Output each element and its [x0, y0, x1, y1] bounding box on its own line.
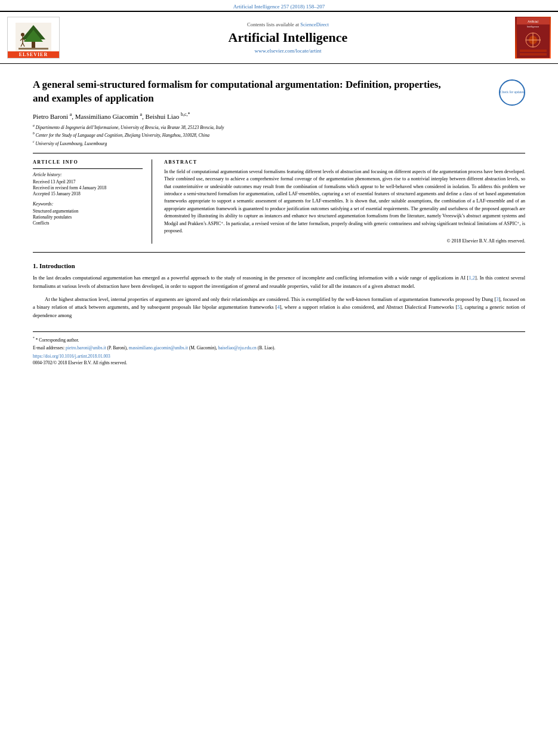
- affiliations: a Dipartimento di Ingegneria dell’Inform…: [33, 123, 525, 147]
- paper-title: A general semi-structured formalism for …: [33, 78, 493, 106]
- intro-paragraph-1: In the last decades computational argume…: [33, 274, 525, 290]
- ref-4-link[interactable]: 4: [277, 304, 279, 310]
- affiliation-a: a Dipartimento di Ingegneria dell’Inform…: [33, 123, 525, 131]
- abstract-heading: Abstract: [164, 159, 525, 165]
- footnote-section: * * Corresponding author. E-mail address…: [33, 331, 525, 365]
- ref-3-link[interactable]: 3: [496, 296, 498, 302]
- article-info-abstract-section: Article Info Article history: Received 1…: [33, 159, 525, 244]
- check-updates-badge: Check for updates: [499, 79, 525, 106]
- introduction-section: 1. Introduction In the last decades comp…: [33, 262, 525, 319]
- elsevier-wordmark: ELSEVIER: [8, 51, 59, 58]
- abstract-copyright: © 2018 Elsevier B.V. All rights reserved…: [164, 238, 525, 244]
- abstract-text: In the field of computational argumentat…: [164, 168, 525, 235]
- received-revised-date: Received in revised form 4 January 2018: [33, 185, 143, 190]
- journal-url[interactable]: www.elsevier.com/locate/artint: [67, 48, 509, 54]
- keyword-1: Structured argumentation: [33, 208, 143, 214]
- divider-after-abstract: [33, 252, 525, 253]
- keywords-label: Keywords:: [33, 201, 143, 207]
- keyword-2: Rationality postulates: [33, 214, 143, 220]
- authors-line: Pietro Baroni a, Massimiliano Giacomin a…: [33, 112, 525, 120]
- received-date: Received 13 April 2017: [33, 179, 143, 185]
- svg-text:Artificial: Artificial: [528, 20, 538, 23]
- svg-rect-20: [520, 53, 547, 56]
- svg-text:Intelligence: Intelligence: [526, 25, 539, 28]
- doi-link[interactable]: https://doi.org/10.1016/j.artint.2018.01…: [33, 354, 110, 359]
- email-liao[interactable]: baiseliao@zju.edu.cn: [218, 345, 256, 351]
- affiliation-c: c University of Luxembourg, Luxembourg: [33, 139, 525, 147]
- main-content: A general semi-structured formalism for …: [0, 64, 558, 371]
- journal-title-block: Contents lists available at ScienceDirec…: [67, 21, 509, 54]
- journal-name: Artificial Intelligence: [67, 30, 509, 45]
- intro-paragraph-2: At the highest abstraction level, intern…: [33, 296, 525, 320]
- abstract-column: Abstract In the field of computational a…: [164, 159, 525, 244]
- article-info-heading: Article Info: [33, 159, 143, 165]
- svg-rect-4: [19, 48, 48, 50]
- paper-title-section: A general semi-structured formalism for …: [33, 78, 525, 106]
- ref-5-link[interactable]: 5: [457, 304, 460, 310]
- copyright-bottom: 0004-3702/© 2018 Elsevier B.V. All right…: [33, 360, 525, 365]
- keyword-3: Conflicts: [33, 220, 143, 226]
- check-updates-label: Check for updates: [500, 90, 524, 94]
- sciencedirect-link[interactable]: ScienceDirect: [300, 21, 329, 27]
- journal-cover-thumbnail: Artificial Intelligence: [515, 17, 551, 59]
- email-addresses-line: E-mail addresses: pietro.baroni@unibs.it…: [33, 345, 525, 351]
- journal-citation: Artificial Intelligence 257 (2018) 158–2…: [0, 0, 558, 11]
- corresponding-author-note: * * Corresponding author.: [33, 336, 525, 343]
- doi-line[interactable]: https://doi.org/10.1016/j.artint.2018.01…: [33, 354, 525, 359]
- elsevier-logo: ELSEVIER: [7, 17, 61, 59]
- accepted-date: Accepted 15 January 2018: [33, 191, 143, 196]
- svg-rect-19: [520, 50, 547, 52]
- svg-point-5: [21, 33, 24, 36]
- article-info-column: Article Info Article history: Received 1…: [33, 159, 152, 244]
- email-giacomin[interactable]: massimiliano.giacomin@unibs.it: [129, 345, 188, 351]
- intro-section-title: 1. Introduction: [33, 262, 525, 269]
- article-history-label: Article history:: [33, 172, 143, 177]
- ref-1-link[interactable]: 1,2: [468, 275, 475, 281]
- divider-after-affiliations: [33, 153, 525, 153]
- journal-banner: ELSEVIER Contents lists available at Sci…: [0, 11, 558, 64]
- email-baroni[interactable]: pietro.baroni@unibs.it: [66, 345, 106, 351]
- contents-line: Contents lists available at ScienceDirec…: [67, 21, 509, 27]
- affiliation-b: b Center for the Study of Language and C…: [33, 131, 525, 139]
